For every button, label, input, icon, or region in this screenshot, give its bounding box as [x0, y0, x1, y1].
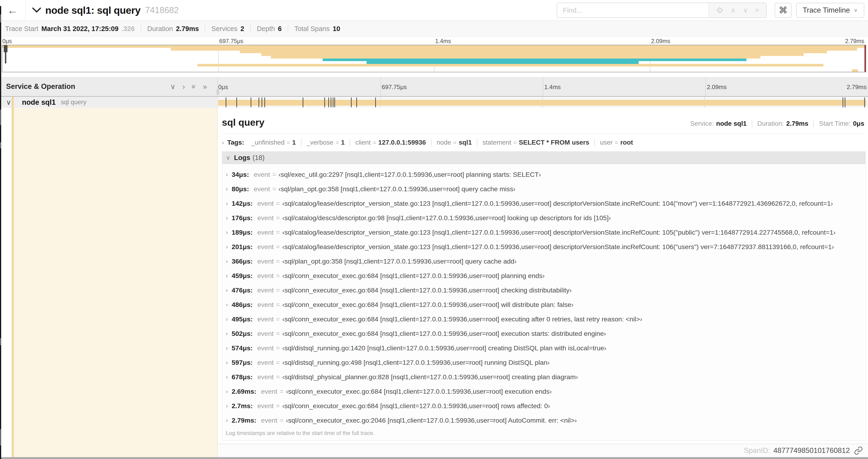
scrollbar-mark [0, 429, 1, 446]
log-row[interactable]: ›176μs:event=‹sql/catalog/descs/descript… [222, 210, 865, 225]
tag-value: 127.0.0.1:59936 [378, 139, 426, 146]
logs-header[interactable]: ∨ Logs (18) [222, 152, 865, 164]
chevron-down-icon: ∨ [226, 155, 230, 161]
chevron-down-icon [32, 7, 41, 13]
equals-sign: = [615, 139, 618, 146]
log-row[interactable]: ›2.79ms:event=‹sql/conn_executor_exec.go… [222, 413, 865, 428]
window-bottom-edge [0, 457, 868, 459]
find-prev-icon[interactable]: ∧ [731, 7, 736, 14]
tag-value: 1 [341, 139, 345, 146]
timeline-header-row: Service & Operation ∨ › » » 0μs697.75μs1… [0, 77, 868, 97]
log-field-value: ‹sql/catalog/lease/descriptor_version_st… [282, 229, 835, 236]
log-row[interactable]: ›366μs:event=‹sql/plan_opt.go:358 [nsql1… [222, 254, 865, 268]
tag-value: sql1 [459, 139, 472, 146]
minimap-axis: 0μs697.75μs1.4ms2.09ms2.79ms [2, 37, 866, 45]
log-row[interactable]: ›142μs:event=‹sql/catalog/lease/descript… [222, 196, 865, 210]
log-row[interactable]: ›476μs:event=‹sql/conn_executor_exec.go:… [222, 283, 865, 297]
log-field-key: event [257, 214, 274, 222]
top-bar: ← node sql1: sql query 7418682 [0, 0, 868, 21]
log-timestamp: 502μs: [232, 330, 253, 337]
log-row[interactable]: ›486μs:event=‹sql/conn_executor_exec.go:… [222, 297, 865, 312]
collapse-all-icon[interactable]: » [190, 85, 198, 88]
find-input[interactable] [557, 3, 708, 18]
log-field-value: ‹sql/conn_executor_exec.go:684 [nsql1,cl… [282, 315, 642, 323]
chevron-right-icon: › [226, 316, 228, 322]
span-name-cell[interactable]: ∨ node sql1 sql query [0, 97, 218, 108]
summary-item: Total Spans10 [288, 25, 346, 33]
log-field-key: event [257, 373, 274, 381]
log-row[interactable]: ›678μs:event=‹sql/distsql_physical_plann… [222, 370, 865, 384]
tag-key: client [355, 139, 371, 146]
trace-timeline-page: ← node sql1: sql query 7418682 [0, 0, 868, 459]
chevron-right-icon: › [226, 186, 228, 192]
span-id-footer: SpanID: 4877749850101760812 [218, 444, 868, 457]
equals-sign: = [276, 359, 280, 366]
log-marker-tick [356, 97, 357, 107]
log-timestamp: 495μs: [232, 315, 253, 323]
expand-one-icon[interactable]: › [183, 83, 185, 90]
log-field-key: event [257, 258, 274, 265]
deep-link-button[interactable] [854, 446, 863, 455]
back-arrow-icon: ← [7, 4, 18, 17]
minimap-right-scrubber[interactable] [865, 45, 866, 72]
tag-key: _verbose [307, 139, 334, 146]
log-timestamp: 476μs: [232, 286, 253, 294]
expand-all-icon[interactable]: » [203, 83, 207, 90]
log-timestamp: 80μs: [232, 185, 249, 193]
ruler-tick-label: 2.79ms [847, 84, 867, 91]
summary-item-value: March 31 2022, 17:25:09 [41, 25, 119, 33]
view-selector-dropdown[interactable]: Trace Timeline ∨ [796, 3, 864, 18]
log-row[interactable]: ›502μs:event=‹sql/conn_executor_exec.go:… [222, 326, 865, 341]
keyboard-shortcuts-button[interactable]: ⌘ [775, 3, 792, 18]
log-row[interactable]: ›2.7ms:event=‹sql/conn_executor_exec.go:… [222, 399, 865, 413]
chevron-right-icon: › [226, 345, 228, 351]
log-field-value: ‹sql/catalog/descs/descriptor.go:98 [nsq… [282, 214, 611, 222]
log-marker-tick [324, 97, 325, 107]
log-timestamp: 34μs: [232, 171, 249, 178]
command-icon: ⌘ [779, 5, 787, 15]
collapse-one-icon[interactable]: ∨ [170, 83, 176, 90]
log-field-value: ‹sql/distsql_physical_planner.go:828 [ns… [282, 373, 578, 381]
trace-collapse-toggle[interactable] [32, 7, 41, 13]
find-next-icon[interactable]: ∨ [743, 7, 748, 14]
logs-title: Logs [234, 154, 250, 162]
chevron-right-icon: › [226, 388, 228, 394]
log-row[interactable]: ›34μs:event=‹sql/exec_util.go:2297 [nsql… [222, 167, 865, 182]
log-marker-tick [226, 97, 226, 107]
scrollbar-mark [0, 110, 1, 125]
logs-count: (18) [252, 154, 265, 162]
log-field-value: ‹sql/catalog/lease/descriptor_version_st… [282, 243, 834, 251]
tags-accordion[interactable]: › Tags: _unfinished=1_verbose=1client=12… [222, 139, 866, 146]
back-button[interactable]: ← [0, 0, 26, 21]
equals-sign: = [276, 301, 280, 308]
span-color-strip [12, 97, 14, 108]
log-timestamp: 201μs: [232, 243, 253, 251]
log-marker-tick [251, 97, 251, 107]
scrollbar-mark [0, 14, 1, 22]
ruler-tick-label: 2.09ms [707, 84, 726, 91]
chevron-right-icon: › [222, 139, 224, 145]
log-row[interactable]: ›189μs:event=‹sql/catalog/lease/descript… [222, 225, 865, 239]
span-operation-name: sql query [61, 99, 87, 106]
log-row[interactable]: ›2.69ms:event=‹sql/conn_executor_exec.go… [222, 384, 865, 399]
equals-sign: = [276, 229, 280, 236]
minimap[interactable] [2, 45, 866, 72]
log-row[interactable]: ›459μs:event=‹sql/conn_executor_exec.go:… [222, 268, 865, 283]
find-clear-icon[interactable]: × [755, 7, 759, 14]
log-row[interactable]: ›597μs:event=‹sql/distsql_running.go:498… [222, 355, 865, 370]
log-row[interactable]: ›80μs:event=‹sql/plan_opt.go:358 [nsql1,… [222, 182, 865, 196]
locate-icon[interactable] [716, 6, 723, 14]
log-row[interactable]: ›574μs:event=‹sql/distsql_running.go:142… [222, 341, 865, 355]
chevron-down-icon[interactable]: ∨ [6, 99, 11, 106]
meta-value: 2.79ms [786, 120, 808, 127]
log-row[interactable]: ›201μs:event=‹sql/catalog/lease/descript… [222, 239, 865, 254]
window-edge-scrollbar[interactable] [0, 6, 1, 459]
column-resize-handle[interactable] [217, 90, 219, 95]
tag-key: node [437, 139, 451, 146]
log-timestamp: 678μs: [232, 373, 253, 381]
timeline-ruler: 0μs697.75μs1.4ms2.09ms2.79ms [218, 77, 868, 96]
chevron-right-icon: › [226, 273, 228, 279]
summary-item-value: 6 [278, 25, 282, 33]
tag-item: node=sql1 [431, 139, 477, 146]
log-row[interactable]: ›495μs:event=‹sql/conn_executor_exec.go:… [222, 312, 865, 326]
